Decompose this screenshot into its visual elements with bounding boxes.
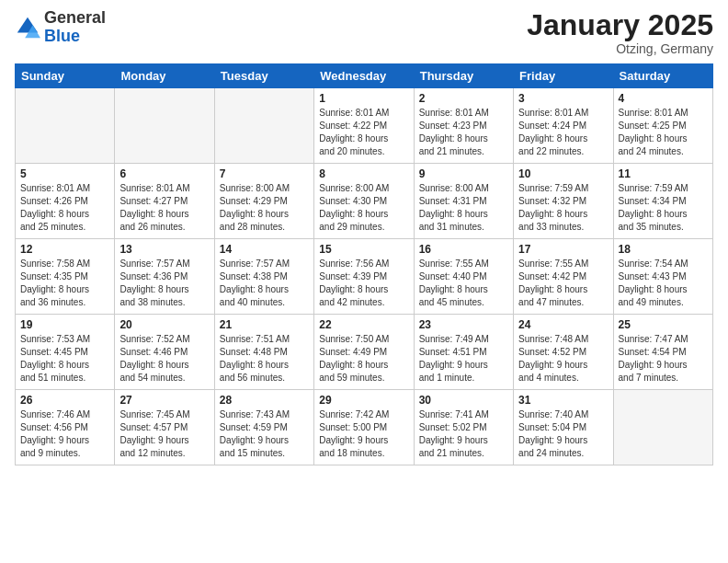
logo-text: General Blue	[44, 9, 106, 46]
day-number: 17	[518, 243, 608, 256]
logo-blue: Blue	[44, 27, 80, 45]
calendar-cell: 8Sunrise: 8:00 AM Sunset: 4:30 PM Daylig…	[314, 164, 414, 239]
day-info: Sunrise: 7:42 AM Sunset: 5:00 PM Dayligh…	[319, 408, 408, 460]
day-number: 19	[20, 318, 109, 331]
weekday-header-friday: Friday	[514, 64, 613, 88]
week-row-4: 26Sunrise: 7:46 AM Sunset: 4:56 PM Dayli…	[16, 390, 713, 465]
day-info: Sunrise: 7:45 AM Sunset: 4:57 PM Dayligh…	[119, 408, 209, 460]
day-info: Sunrise: 7:54 AM Sunset: 4:43 PM Dayligh…	[619, 258, 708, 309]
day-info: Sunrise: 8:01 AM Sunset: 4:24 PM Dayligh…	[518, 107, 608, 158]
day-number: 18	[619, 243, 708, 256]
week-row-0: 1Sunrise: 8:01 AM Sunset: 4:22 PM Daylig…	[16, 88, 713, 164]
calendar-cell: 26Sunrise: 7:46 AM Sunset: 4:56 PM Dayli…	[16, 390, 115, 465]
calendar-cell: 11Sunrise: 7:59 AM Sunset: 4:34 PM Dayli…	[613, 164, 712, 239]
calendar-cell: 17Sunrise: 7:55 AM Sunset: 4:42 PM Dayli…	[514, 239, 613, 315]
calendar-cell	[214, 88, 313, 164]
day-info: Sunrise: 8:00 AM Sunset: 4:29 PM Dayligh…	[220, 182, 309, 234]
weekday-header-saturday: Saturday	[613, 64, 712, 88]
day-number: 22	[319, 318, 408, 331]
calendar-cell: 23Sunrise: 7:49 AM Sunset: 4:51 PM Dayli…	[414, 315, 513, 390]
page: General Blue January 2025 Otzing, German…	[0, 0, 728, 563]
day-info: Sunrise: 7:57 AM Sunset: 4:36 PM Dayligh…	[119, 258, 209, 309]
title-block: January 2025 Otzing, Germany	[527, 9, 713, 56]
weekday-header-thursday: Thursday	[414, 64, 513, 88]
calendar-cell: 9Sunrise: 8:00 AM Sunset: 4:31 PM Daylig…	[414, 164, 513, 239]
day-info: Sunrise: 8:00 AM Sunset: 4:30 PM Dayligh…	[319, 182, 408, 234]
day-number: 20	[119, 318, 209, 331]
calendar-cell: 13Sunrise: 7:57 AM Sunset: 4:36 PM Dayli…	[115, 239, 214, 315]
day-number: 3	[518, 92, 608, 105]
month-title: January 2025	[527, 9, 713, 41]
day-info: Sunrise: 7:58 AM Sunset: 4:35 PM Dayligh…	[20, 258, 109, 309]
calendar-cell: 10Sunrise: 7:59 AM Sunset: 4:32 PM Dayli…	[514, 164, 613, 239]
weekday-header-monday: Monday	[115, 64, 214, 88]
day-info: Sunrise: 7:50 AM Sunset: 4:49 PM Dayligh…	[319, 333, 408, 385]
day-number: 4	[619, 92, 708, 105]
day-number: 6	[119, 167, 209, 180]
day-info: Sunrise: 8:01 AM Sunset: 4:22 PM Dayligh…	[319, 107, 408, 158]
day-number: 11	[619, 167, 708, 180]
day-number: 12	[20, 243, 109, 256]
calendar-cell	[115, 88, 214, 164]
logo-general: General	[44, 8, 106, 27]
day-info: Sunrise: 8:01 AM Sunset: 4:27 PM Dayligh…	[119, 182, 209, 234]
day-number: 16	[419, 243, 508, 256]
day-number: 10	[518, 167, 608, 180]
weekday-header-sunday: Sunday	[16, 64, 115, 88]
calendar-cell: 12Sunrise: 7:58 AM Sunset: 4:35 PM Dayli…	[16, 239, 115, 315]
day-info: Sunrise: 8:01 AM Sunset: 4:26 PM Dayligh…	[20, 182, 109, 234]
day-number: 5	[20, 167, 109, 180]
calendar-cell: 2Sunrise: 8:01 AM Sunset: 4:23 PM Daylig…	[414, 88, 513, 164]
day-info: Sunrise: 7:48 AM Sunset: 4:52 PM Dayligh…	[518, 333, 608, 385]
calendar-cell: 1Sunrise: 8:01 AM Sunset: 4:22 PM Daylig…	[314, 88, 414, 164]
calendar-cell	[613, 390, 712, 465]
calendar-cell: 15Sunrise: 7:56 AM Sunset: 4:39 PM Dayli…	[314, 239, 414, 315]
day-info: Sunrise: 7:40 AM Sunset: 5:04 PM Dayligh…	[518, 408, 608, 460]
day-info: Sunrise: 7:57 AM Sunset: 4:38 PM Dayligh…	[220, 258, 309, 309]
calendar-cell: 18Sunrise: 7:54 AM Sunset: 4:43 PM Dayli…	[613, 239, 712, 315]
day-info: Sunrise: 7:53 AM Sunset: 4:45 PM Dayligh…	[20, 333, 109, 385]
weekday-header-wednesday: Wednesday	[314, 64, 414, 88]
day-number: 7	[220, 167, 309, 180]
calendar-cell: 7Sunrise: 8:00 AM Sunset: 4:29 PM Daylig…	[214, 164, 313, 239]
day-info: Sunrise: 7:43 AM Sunset: 4:59 PM Dayligh…	[220, 408, 309, 460]
calendar-cell: 21Sunrise: 7:51 AM Sunset: 4:48 PM Dayli…	[214, 315, 313, 390]
day-number: 30	[419, 394, 508, 407]
calendar-cell	[16, 88, 115, 164]
day-info: Sunrise: 7:46 AM Sunset: 4:56 PM Dayligh…	[20, 408, 109, 460]
day-number: 31	[518, 394, 608, 407]
calendar-cell: 30Sunrise: 7:41 AM Sunset: 5:02 PM Dayli…	[414, 390, 513, 465]
day-number: 25	[619, 318, 708, 331]
day-number: 29	[319, 394, 408, 407]
day-info: Sunrise: 7:52 AM Sunset: 4:46 PM Dayligh…	[119, 333, 209, 385]
calendar-cell: 29Sunrise: 7:42 AM Sunset: 5:00 PM Dayli…	[314, 390, 414, 465]
calendar-cell: 6Sunrise: 8:01 AM Sunset: 4:27 PM Daylig…	[115, 164, 214, 239]
day-number: 2	[419, 92, 508, 105]
week-row-3: 19Sunrise: 7:53 AM Sunset: 4:45 PM Dayli…	[16, 315, 713, 390]
day-info: Sunrise: 7:55 AM Sunset: 4:42 PM Dayligh…	[518, 258, 608, 309]
day-info: Sunrise: 7:47 AM Sunset: 4:54 PM Dayligh…	[619, 333, 708, 385]
day-info: Sunrise: 8:01 AM Sunset: 4:23 PM Dayligh…	[419, 107, 508, 158]
day-number: 13	[119, 243, 209, 256]
day-info: Sunrise: 7:59 AM Sunset: 4:32 PM Dayligh…	[518, 182, 608, 234]
day-info: Sunrise: 8:01 AM Sunset: 4:25 PM Dayligh…	[619, 107, 708, 158]
day-info: Sunrise: 7:59 AM Sunset: 4:34 PM Dayligh…	[619, 182, 708, 234]
day-info: Sunrise: 8:00 AM Sunset: 4:31 PM Dayligh…	[419, 182, 508, 234]
day-info: Sunrise: 7:55 AM Sunset: 4:40 PM Dayligh…	[419, 258, 508, 309]
calendar-cell: 4Sunrise: 8:01 AM Sunset: 4:25 PM Daylig…	[613, 88, 712, 164]
day-number: 24	[518, 318, 608, 331]
day-number: 14	[220, 243, 309, 256]
day-info: Sunrise: 7:56 AM Sunset: 4:39 PM Dayligh…	[319, 258, 408, 309]
logo-icon	[15, 15, 40, 40]
day-number: 21	[220, 318, 309, 331]
calendar-cell: 3Sunrise: 8:01 AM Sunset: 4:24 PM Daylig…	[514, 88, 613, 164]
header: General Blue January 2025 Otzing, German…	[15, 9, 713, 56]
calendar-cell: 25Sunrise: 7:47 AM Sunset: 4:54 PM Dayli…	[613, 315, 712, 390]
calendar-cell: 27Sunrise: 7:45 AM Sunset: 4:57 PM Dayli…	[115, 390, 214, 465]
day-number: 26	[20, 394, 109, 407]
day-number: 27	[119, 394, 209, 407]
calendar-cell: 31Sunrise: 7:40 AM Sunset: 5:04 PM Dayli…	[514, 390, 613, 465]
location: Otzing, Germany	[527, 41, 713, 56]
calendar-cell: 19Sunrise: 7:53 AM Sunset: 4:45 PM Dayli…	[16, 315, 115, 390]
calendar-cell: 24Sunrise: 7:48 AM Sunset: 4:52 PM Dayli…	[514, 315, 613, 390]
